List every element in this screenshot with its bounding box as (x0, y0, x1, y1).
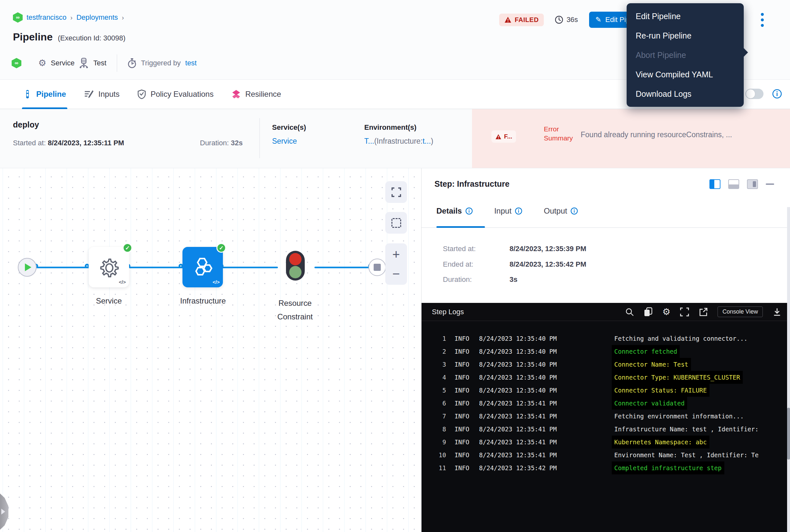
info-icon (465, 207, 473, 215)
fullscreen-icon[interactable] (680, 307, 689, 317)
zoom-in-button[interactable]: + (392, 245, 400, 264)
download-icon[interactable] (772, 307, 782, 317)
log-row: 1 INFO 8/24/2023 12:35:40 PM Fetching an… (422, 332, 790, 345)
tab-resilience[interactable]: Resilience (232, 80, 281, 109)
tab-input-label: Input (494, 207, 512, 215)
service-node-label: Service (82, 297, 136, 305)
canvas-select-button[interactable] (385, 212, 407, 234)
tab-pipeline[interactable]: Pipeline (23, 80, 66, 109)
error-summary-text[interactable]: Found already running resourceConstrains… (581, 130, 775, 139)
log-level: INFO (455, 461, 469, 474)
menu-item[interactable]: Edit Pipeline (627, 6, 744, 26)
log-timestamp: 8/24/2023 12:35:40 PM (479, 384, 557, 397)
minimize-panel-icon[interactable] (766, 184, 774, 185)
shield-check-icon (137, 89, 146, 99)
started-at-value: 8/24/2023, 12:35:39 PM (509, 245, 586, 253)
log-timestamp: 8/24/2023 12:35:40 PM (479, 358, 557, 371)
log-line-number: 2 (433, 345, 446, 358)
green-light-icon (289, 266, 302, 278)
layout-split-vertical-icon[interactable] (710, 179, 720, 189)
canvas-zoom-controls: + − (385, 243, 407, 285)
log-line-number: 7 (433, 410, 446, 423)
environment-icon (79, 58, 89, 69)
resource-constraint-node[interactable] (286, 251, 305, 281)
copy-icon[interactable] (643, 307, 653, 317)
edge-resource-end (314, 267, 372, 268)
log-level: INFO (455, 332, 469, 345)
tab-inputs[interactable]: Inputs (84, 80, 119, 109)
harness-logo-icon: ∞ (13, 12, 23, 23)
log-row: 11 INFO 8/24/2023 12:35:42 PM Completed … (422, 461, 790, 474)
pipeline-graph-canvas[interactable]: ✓ </> Service ✓ </> Infrastructure Resou… (0, 168, 421, 532)
stage-started-at: Started at: 8/24/2023, 12:35:11 PM (13, 139, 124, 147)
inputs-icon (84, 90, 94, 99)
menu-item[interactable]: Re-run Pipeline (627, 26, 744, 45)
log-line-number: 11 (433, 461, 446, 474)
menu-item[interactable]: View Compiled YAML (627, 65, 744, 84)
search-icon[interactable] (625, 308, 634, 316)
edge-start-service (36, 267, 90, 268)
code-icon: </> (119, 279, 126, 285)
log-level: INFO (455, 397, 469, 410)
panel-scrollbar[interactable] (787, 207, 790, 532)
step-logs-console[interactable]: 1 INFO 8/24/2023 12:35:40 PM Fetching an… (422, 321, 790, 532)
tab-policy-evaluations-label: Policy Evaluations (150, 90, 213, 99)
log-timestamp: 8/24/2023 12:35:40 PM (479, 371, 557, 384)
duration-value: 3s (509, 276, 517, 284)
panel-scrollbar-thumb[interactable] (787, 408, 790, 459)
log-level: INFO (455, 423, 469, 436)
error-status-badge: F... (492, 130, 516, 143)
services-header: Service(s) (272, 123, 306, 132)
breadcrumb-project-link[interactable]: testfrancisco (26, 13, 66, 22)
caret-right-icon (1, 509, 5, 514)
log-line-number: 4 (433, 371, 446, 384)
info-icon[interactable] (772, 89, 782, 99)
console-view-button[interactable]: Console View (717, 306, 763, 317)
tab-policy-evaluations[interactable]: Policy Evaluations (137, 80, 213, 109)
expand-left-panel-handle[interactable] (0, 494, 8, 530)
log-rows: 1 INFO 8/24/2023 12:35:40 PM Fetching an… (422, 332, 790, 474)
pipeline-icon (23, 89, 32, 99)
stage-duration: Duration: 32s (200, 139, 243, 147)
menu-item[interactable]: Abort Pipeline (627, 45, 744, 65)
environments-column: Environment(s) T...(Infrastructure:t...) (364, 123, 433, 146)
layout-right-panel-icon[interactable] (747, 179, 758, 189)
breadcrumb-deployments-link[interactable]: Deployments (76, 13, 118, 22)
zoom-out-button[interactable]: − (392, 264, 400, 284)
log-row: 10 INFO 8/24/2023 12:35:41 PM Environmen… (422, 449, 790, 461)
environment-tag-label[interactable]: Test (93, 59, 106, 67)
settings-gear-icon[interactable]: ⚙ (662, 307, 670, 317)
more-options-kebab-icon[interactable] (761, 13, 764, 27)
open-external-icon[interactable] (699, 307, 708, 317)
fullscreen-icon (391, 187, 401, 197)
tab-input[interactable]: Input (494, 207, 522, 215)
pipeline-execution-page: ∞ testfrancisco › Deployments › FAILED 3… (0, 0, 790, 532)
tab-inputs-label: Inputs (98, 90, 119, 99)
service-node[interactable]: ✓ </> (89, 247, 129, 287)
log-row: 8 INFO 8/24/2023 12:35:41 PM Infrastruct… (422, 423, 790, 436)
menu-item[interactable]: Download Logs (627, 84, 744, 103)
end-node[interactable] (368, 259, 386, 276)
infrastructure-link[interactable]: t... (423, 137, 431, 145)
log-timestamp: 8/24/2023 12:35:40 PM (479, 345, 557, 358)
tab-details[interactable]: Details (437, 207, 473, 215)
canvas-fullscreen-button[interactable] (385, 181, 407, 203)
gear-icon: ⚙ (38, 59, 46, 68)
info-icon (570, 207, 578, 215)
start-node[interactable] (18, 258, 37, 277)
stage-name[interactable]: deploy (13, 120, 39, 130)
view-toggle[interactable] (745, 89, 764, 99)
infrastructure-node-label: Infrastructure (173, 297, 233, 305)
log-level: INFO (455, 345, 469, 358)
pencil-icon: ✎ (596, 16, 601, 24)
infrastructure-node[interactable]: ✓ </> (182, 247, 223, 287)
service-tag-label[interactable]: Service (51, 59, 74, 67)
log-message: Connector fetched (612, 345, 680, 358)
environment-link[interactable]: T... (364, 137, 374, 145)
log-row: 5 INFO 8/24/2023 12:35:40 PM Connector S… (422, 384, 790, 397)
trigger-user-link[interactable]: test (185, 59, 197, 67)
resilience-icon (232, 89, 241, 99)
tab-output[interactable]: Output (544, 207, 578, 215)
service-link[interactable]: Service (272, 137, 297, 145)
layout-split-horizontal-icon[interactable] (728, 179, 739, 189)
